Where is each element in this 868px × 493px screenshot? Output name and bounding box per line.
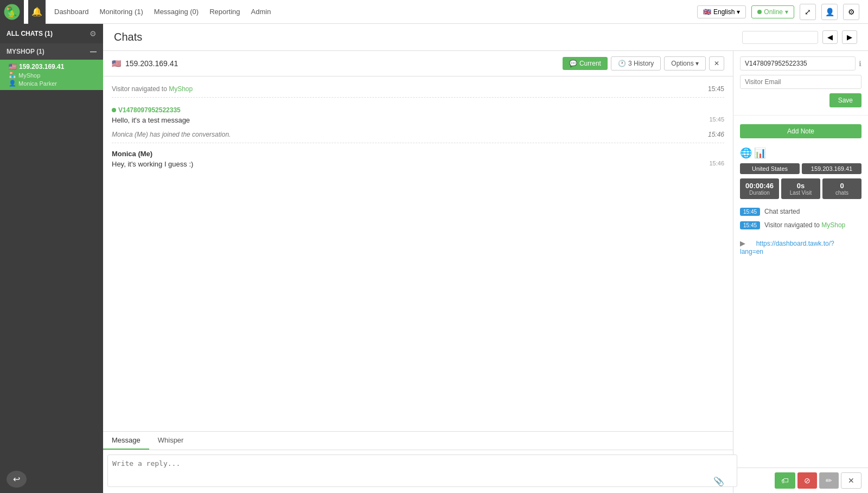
right-panel: ℹ Save Add Note 🌐 📊	[733, 51, 868, 493]
sidebar-group-name: MYSHOP (1)	[7, 48, 44, 55]
save-row: Save	[740, 93, 861, 110]
block-button[interactable]: ⊘	[797, 472, 817, 489]
chats-label: chats	[827, 190, 857, 196]
system-message-time: 15:46	[708, 131, 724, 138]
attach-icon[interactable]: 📎	[713, 476, 724, 486]
page-header: Chats ◀ ▶	[103, 24, 868, 51]
sidebar: ALL CHATS (1) ⚙ MYSHOP (1) — 🇺🇸 159.203.…	[0, 24, 103, 493]
expand-icon[interactable]: ▶	[740, 239, 745, 247]
system-message: Monica (Me) has joined the conversation.…	[112, 131, 724, 143]
agent-message: Monica (Me) Hey, it's working I guess :)…	[112, 150, 724, 168]
chat-layout: 🇺🇸 159.203.169.41 💬 Current 🕐 3 History	[103, 51, 868, 493]
language-label: English	[713, 8, 735, 16]
visitor-message-text: Hello, it's a test message	[112, 116, 190, 124]
sidebar-bottom: ↩	[0, 465, 103, 493]
reply-textarea[interactable]	[107, 454, 737, 487]
timeline-nav-link[interactable]: MyShop	[821, 221, 845, 229]
status-button[interactable]: Online ▾	[751, 5, 794, 18]
visitor-name: V1478097952522335	[112, 106, 724, 114]
return-button[interactable]: ↩	[7, 471, 27, 488]
chat-messages: Visitor navigated to MyShop 15:45 V14780…	[103, 76, 733, 431]
agent-message-row: Hey, it's working I guess :) 15:46	[112, 160, 724, 168]
close-chat-button[interactable]: ✕	[709, 56, 724, 71]
stat-duration: 00:00:46 Duration	[740, 178, 779, 199]
visitor-id-input[interactable]	[740, 56, 856, 71]
stats-row: 00:00:46 Duration 0s Last Visit 0 chats	[740, 178, 861, 199]
svg-text:🦜: 🦜	[6, 5, 18, 17]
sidebar-flag: 🇺🇸	[9, 63, 17, 71]
system-message-row: Monica (Me) has joined the conversation.…	[112, 131, 724, 138]
timeline-item-1: 15:45 Visitor navigated to MyShop	[740, 221, 861, 229]
timeline-badge-0: 15:45	[740, 208, 760, 216]
top-navigation: 🦜 🔔 Dashboard Monitoring (1) Messaging (…	[0, 0, 868, 24]
expand-panel-button[interactable]: ▶	[842, 30, 857, 44]
timeline-url-row: ▶ https://dashboard.tawk.to/?lang=en	[733, 239, 868, 260]
sidebar-header: ALL CHATS (1) ⚙	[0, 24, 103, 43]
nav-dashboard[interactable]: Dashboard	[54, 8, 89, 16]
page-header-right: ◀ ▶	[742, 30, 857, 44]
sidebar-chat-item[interactable]: 🇺🇸 159.203.169.41 🏪 MyShop 👤 Monica Park…	[0, 60, 103, 90]
chevron-down-icon: ▾	[737, 8, 740, 16]
sidebar-collapse-icon[interactable]: —	[90, 48, 97, 55]
timeline-item-0: 15:45 Chat started	[740, 208, 861, 216]
message-row: Hello, it's a test message 15:45	[112, 116, 724, 124]
history-button[interactable]: 🕐 3 History	[611, 56, 661, 71]
info-icon[interactable]: ℹ	[859, 60, 861, 68]
last-visit-label: Last Visit	[786, 190, 816, 196]
chevron-down-icon: ▾	[695, 60, 699, 67]
agent-icon: 👤	[9, 80, 16, 87]
nav-reporting[interactable]: Reporting	[209, 8, 240, 16]
chat-icon: 💬	[569, 60, 577, 67]
collapse-panel-button[interactable]: ◀	[822, 30, 838, 44]
settings-button[interactable]: ⚙	[843, 4, 859, 20]
stat-last-visit: 0s Last Visit	[781, 178, 820, 199]
visitor-id-row: ℹ	[740, 56, 861, 71]
timeline: 15:45 Chat started 15:45 Visitor navigat…	[733, 203, 868, 239]
close-button[interactable]: ✕	[841, 472, 861, 489]
search-input[interactable]	[742, 31, 818, 44]
nav-monitoring[interactable]: Monitoring (1)	[100, 8, 143, 16]
textarea-wrapper: 📎	[103, 450, 733, 493]
ip-badge: 159.203.169.41	[802, 163, 861, 174]
visitor-icons-row: 🌐 📊	[733, 143, 868, 163]
expand-button[interactable]: ⤢	[800, 4, 816, 20]
history-icon: 🕐	[618, 60, 626, 67]
chat-flag-icon: 🇺🇸	[112, 59, 121, 68]
dashboard-url-link[interactable]: https://dashboard.tawk.to/?lang=en	[740, 240, 834, 260]
chat-header-right: 💬 Current 🕐 3 History Options ▾	[563, 56, 724, 71]
status-dot	[757, 10, 762, 14]
nav-messaging[interactable]: Messaging (0)	[154, 8, 199, 16]
edit-button[interactable]: ✏	[819, 472, 839, 489]
options-button[interactable]: Options ▾	[664, 56, 706, 71]
visitor-email-input[interactable]	[740, 75, 861, 89]
app-logo: 🦜	[0, 0, 24, 24]
add-note-button[interactable]: Add Note	[740, 124, 861, 138]
agent-name: Monica (Me)	[112, 150, 724, 158]
nav-message: Visitor navigated to MyShop 15:45	[112, 85, 724, 98]
add-note-row: Add Note	[733, 116, 868, 143]
nav-link[interactable]: MyShop	[169, 85, 193, 93]
flag-icon: 🇬🇧	[703, 8, 711, 16]
sidebar-gear-icon[interactable]: ⚙	[90, 29, 97, 38]
agent-message-time: 15:46	[709, 160, 724, 167]
current-button[interactable]: 💬 Current	[563, 57, 608, 70]
agent-message-text: Hey, it's working I guess :)	[112, 160, 193, 168]
chat-header-left: 🇺🇸 159.203.169.41	[112, 59, 178, 68]
user-button[interactable]: 👤	[821, 4, 838, 20]
sidebar-item-agent: 👤 Monica Parker	[9, 80, 97, 87]
tab-whisper[interactable]: Whisper	[149, 432, 193, 450]
language-button[interactable]: 🇬🇧 English ▾	[697, 5, 746, 18]
nav-admin[interactable]: Admin	[251, 8, 271, 16]
tag-button[interactable]: 🏷	[775, 472, 795, 489]
chat-header: 🇺🇸 159.203.169.41 💬 Current 🕐 3 History	[103, 51, 733, 76]
duration-label: Duration	[744, 190, 775, 196]
chevron-down-icon: ▾	[785, 8, 788, 16]
tab-message[interactable]: Message	[103, 432, 149, 450]
status-label: Online	[764, 8, 783, 16]
duration-value: 00:00:46	[744, 182, 775, 190]
system-message-text: Monica (Me) has joined the conversation.	[112, 131, 231, 138]
notification-bell[interactable]: 🔔	[28, 0, 46, 24]
save-button[interactable]: Save	[829, 93, 861, 107]
chat-ip-label: 159.203.169.41	[125, 59, 178, 68]
analytics-icon: 🌐	[740, 147, 752, 159]
